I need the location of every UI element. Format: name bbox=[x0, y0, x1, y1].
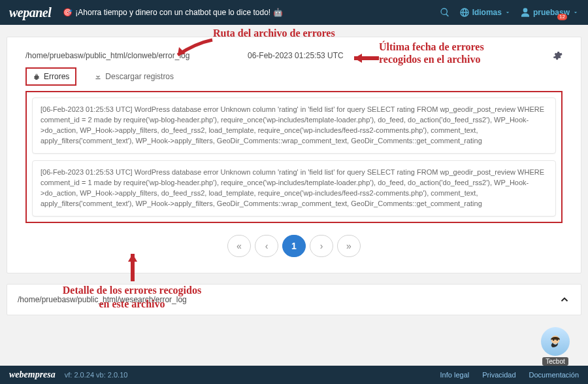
footer-link-privacy[interactable]: Privacidad bbox=[482, 371, 515, 379]
user-menu[interactable]: 12 pruebasw bbox=[520, 7, 579, 18]
bug-icon bbox=[33, 73, 41, 80]
pager-prev[interactable]: ‹ bbox=[255, 235, 278, 257]
footer-brand: webempresa bbox=[9, 370, 56, 380]
user-icon bbox=[520, 7, 531, 18]
pager-current[interactable]: 1 bbox=[282, 235, 306, 257]
svg-point-2 bbox=[557, 340, 558, 341]
download-logs-label: Descargar registros bbox=[105, 72, 174, 81]
tab-errors[interactable]: Errores bbox=[25, 67, 76, 86]
download-logs-link[interactable]: Descargar registros bbox=[88, 69, 180, 84]
bot-face-icon bbox=[546, 332, 564, 351]
slogan-text: ¡Ahorra tiempo y dinero con un chatbot q… bbox=[75, 8, 270, 17]
chevron-up-icon bbox=[559, 294, 570, 305]
topbar: wepanel 🎯 ¡Ahorra tiempo y dinero con un… bbox=[0, 0, 588, 25]
language-menu[interactable]: Idiomas bbox=[459, 7, 511, 18]
error-entry: [06-Feb-2023 01:25:53 UTC] WordPress dat… bbox=[32, 160, 556, 217]
error-log-card-collapsed[interactable]: /home/pruebasw/public_html/wesearch/erro… bbox=[7, 284, 581, 315]
error-log-date: 06-Feb-2023 01:25:53 UTC bbox=[248, 51, 344, 60]
slogan: 🎯 ¡Ahorra tiempo y dinero con un chatbot… bbox=[63, 8, 283, 17]
notification-badge: 12 bbox=[557, 14, 567, 20]
footer-version: vf: 2.0.24 vb: 2.0.10 bbox=[65, 371, 128, 379]
errors-container: [06-Feb-2023 01:25:53 UTC] WordPress dat… bbox=[25, 91, 563, 223]
error-log-path: /home/pruebasw/public_html/clonweb/error… bbox=[25, 51, 248, 60]
pager-next[interactable]: › bbox=[310, 235, 333, 257]
gear-icon[interactable] bbox=[552, 50, 563, 61]
globe-icon bbox=[459, 7, 470, 18]
bot-name: Tecbot bbox=[542, 357, 568, 366]
error-entry: [06-Feb-2023 01:25:53 UTC] WordPress dat… bbox=[32, 97, 556, 154]
search-button[interactable] bbox=[440, 7, 450, 18]
pager-first[interactable]: « bbox=[227, 235, 251, 257]
chevron-down-icon bbox=[572, 9, 579, 16]
chevron-down-icon bbox=[504, 9, 511, 16]
footer: webempresa vf: 2.0.24 vb: 2.0.10 Info le… bbox=[0, 366, 588, 384]
footer-link-legal[interactable]: Info legal bbox=[440, 371, 470, 379]
pagination: « ‹ 1 › » bbox=[16, 231, 572, 266]
download-icon bbox=[94, 73, 102, 80]
bot-avatar bbox=[541, 327, 570, 356]
card-header: /home/pruebasw/public_html/clonweb/error… bbox=[16, 44, 572, 67]
pager-last[interactable]: » bbox=[337, 235, 361, 257]
robot-icon: 🤖 bbox=[273, 8, 283, 17]
brand-logo: wepanel bbox=[9, 5, 51, 20]
tab-errors-label: Errores bbox=[44, 72, 69, 81]
chatbot-launcher[interactable]: Tecbot bbox=[537, 327, 574, 366]
tabs-row: Errores Descargar registros bbox=[16, 67, 572, 91]
svg-point-1 bbox=[553, 340, 554, 341]
target-icon: 🎯 bbox=[63, 8, 73, 17]
svg-point-0 bbox=[551, 336, 560, 344]
error-log-card: /home/pruebasw/public_html/clonweb/error… bbox=[7, 37, 581, 273]
search-icon bbox=[440, 7, 450, 18]
error-log-path: /home/pruebasw/public_html/wesearch/erro… bbox=[18, 295, 559, 304]
footer-link-docs[interactable]: Documentación bbox=[529, 371, 579, 379]
language-label: Idiomas bbox=[472, 8, 502, 17]
